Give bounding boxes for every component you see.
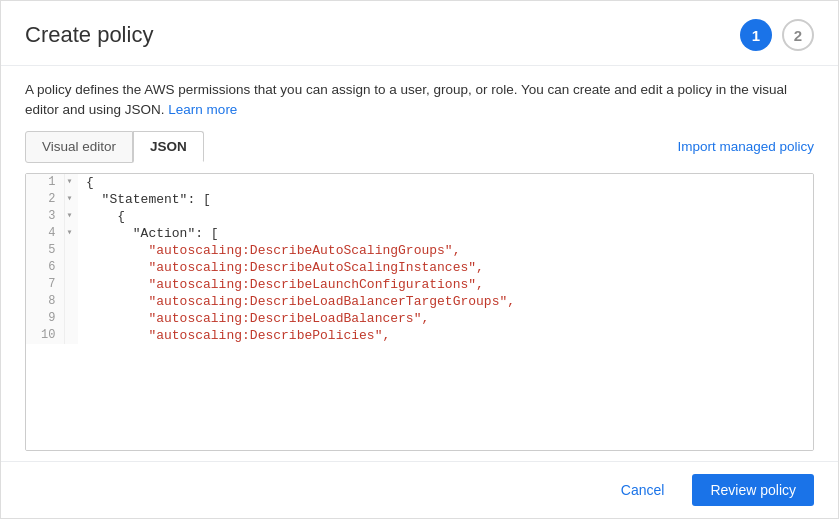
review-policy-button[interactable]: Review policy (692, 474, 814, 506)
code-line: 10 "autoscaling:DescribePolicies", (26, 327, 813, 344)
step-2: 2 (782, 19, 814, 51)
line-arrow (64, 276, 78, 293)
code-line: 5 "autoscaling:DescribeAutoScalingGroups… (26, 242, 813, 259)
line-number: 5 (26, 242, 64, 259)
line-content: { (78, 208, 813, 225)
code-table: 1▾{2▾ "Statement": [3▾ {4▾ "Action": [5 … (26, 174, 813, 344)
line-content: "Statement": [ (78, 191, 813, 208)
line-content: "autoscaling:DescribeLaunchConfiguration… (78, 276, 813, 293)
learn-more-link[interactable]: Learn more (168, 102, 237, 117)
line-content: "autoscaling:DescribePolicies", (78, 327, 813, 344)
line-content: "autoscaling:DescribeLoadBalancers", (78, 310, 813, 327)
line-content: "autoscaling:DescribeAutoScalingInstance… (78, 259, 813, 276)
import-managed-policy-link[interactable]: Import managed policy (677, 139, 814, 154)
line-number: 2 (26, 191, 64, 208)
line-number: 3 (26, 208, 64, 225)
tabs: Visual editor JSON (25, 131, 204, 163)
page-container: Create policy 1 2 A policy defines the A… (0, 0, 839, 519)
code-line: 3▾ { (26, 208, 813, 225)
tab-visual-editor[interactable]: Visual editor (25, 131, 133, 163)
line-arrow (64, 310, 78, 327)
footer: Cancel Review policy (1, 461, 838, 518)
line-content: "autoscaling:DescribeAutoScalingGroups", (78, 242, 813, 259)
editor-area: 1▾{2▾ "Statement": [3▾ {4▾ "Action": [5 … (25, 173, 814, 452)
code-line: 2▾ "Statement": [ (26, 191, 813, 208)
code-line: 8 "autoscaling:DescribeLoadBalancerTarge… (26, 293, 813, 310)
tabs-row: Visual editor JSON Import managed policy (1, 131, 838, 163)
line-number: 4 (26, 225, 64, 242)
code-line: 6 "autoscaling:DescribeAutoScalingInstan… (26, 259, 813, 276)
code-line: 7 "autoscaling:DescribeLaunchConfigurati… (26, 276, 813, 293)
line-arrow: ▾ (64, 225, 78, 242)
steps: 1 2 (740, 19, 814, 51)
code-line: 9 "autoscaling:DescribeLoadBalancers", (26, 310, 813, 327)
line-arrow (64, 327, 78, 344)
line-arrow (64, 259, 78, 276)
line-number: 9 (26, 310, 64, 327)
line-number: 6 (26, 259, 64, 276)
line-content: "Action": [ (78, 225, 813, 242)
line-number: 7 (26, 276, 64, 293)
line-content: "autoscaling:DescribeLoadBalancerTargetG… (78, 293, 813, 310)
page-title: Create policy (25, 22, 153, 48)
line-arrow (64, 293, 78, 310)
description-text: A policy defines the AWS permissions tha… (25, 82, 787, 117)
header: Create policy 1 2 (1, 1, 838, 66)
line-number: 8 (26, 293, 64, 310)
line-arrow (64, 242, 78, 259)
tab-json[interactable]: JSON (133, 131, 204, 163)
code-line: 4▾ "Action": [ (26, 225, 813, 242)
step-1: 1 (740, 19, 772, 51)
line-arrow: ▾ (64, 208, 78, 225)
code-line: 1▾{ (26, 174, 813, 191)
cancel-button[interactable]: Cancel (605, 474, 681, 506)
line-content: { (78, 174, 813, 191)
line-arrow: ▾ (64, 191, 78, 208)
line-number: 1 (26, 174, 64, 191)
line-arrow: ▾ (64, 174, 78, 191)
code-editor[interactable]: 1▾{2▾ "Statement": [3▾ {4▾ "Action": [5 … (26, 174, 813, 451)
line-number: 10 (26, 327, 64, 344)
description-area: A policy defines the AWS permissions tha… (1, 66, 838, 131)
